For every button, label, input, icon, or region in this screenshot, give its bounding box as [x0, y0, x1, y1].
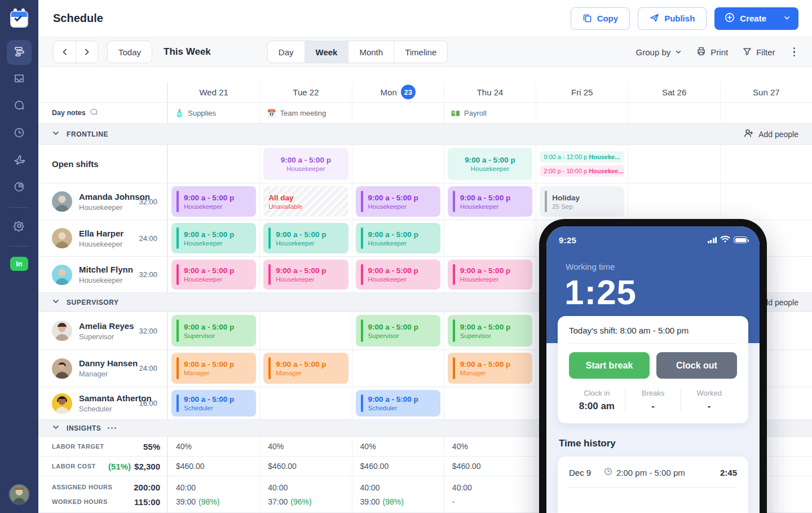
- open-shift-chip-mini[interactable]: 9:00 a - 12:00 p Houseke...: [540, 151, 624, 163]
- prev-week-button[interactable]: [54, 41, 76, 63]
- shift-cell[interactable]: [259, 387, 351, 419]
- shift-cell[interactable]: 9:00 a - 5:00 pScheduler: [352, 387, 444, 419]
- employee-cell[interactable]: Danny HansenManager 24:00: [38, 350, 167, 387]
- shift-cell[interactable]: Holiday25 Sep: [536, 183, 628, 220]
- copy-button[interactable]: Copy: [571, 7, 630, 30]
- shift-chip[interactable]: 9:00 a - 5:00 pHousekeeper: [356, 186, 440, 217]
- shift-chip[interactable]: 9:00 a - 5:00 pHousekeeper: [171, 260, 256, 290]
- sidebar-item-schedule[interactable]: [7, 40, 32, 65]
- day-header[interactable]: Thu 24: [444, 82, 536, 102]
- shift-chip[interactable]: 9:00 a - 5:00 pManager: [448, 353, 532, 384]
- day-note-empty[interactable]: [628, 103, 720, 123]
- shift-chip[interactable]: 9:00 a - 5:00 pHousekeeper: [448, 260, 532, 290]
- shift-cell[interactable]: [352, 350, 444, 387]
- shift-chip[interactable]: 9:00 a - 5:00 pHousekeeper: [356, 260, 440, 290]
- shift-cell[interactable]: [444, 220, 536, 256]
- insights-more-icon[interactable]: [108, 427, 116, 429]
- day-note-empty[interactable]: [536, 103, 628, 123]
- shift-cell[interactable]: 9:00 a - 5:00 pSupervisor: [352, 312, 444, 349]
- sidebar-item-settings[interactable]: [7, 214, 32, 239]
- more-options-kebab-icon[interactable]: [790, 45, 799, 59]
- shift-cell[interactable]: 9:00 a - 5:00 pHousekeeper: [167, 183, 259, 220]
- shift-chip[interactable]: 9:00 a - 5:00 pManager: [263, 353, 348, 384]
- shift-cell[interactable]: 9:00 a - 5:00 pHousekeeper: [167, 220, 259, 256]
- shift-chip[interactable]: 9:00 a - 5:00 pHousekeeper: [171, 223, 256, 253]
- shift-chip[interactable]: 9:00 a - 5:00 pSupervisor: [448, 315, 532, 347]
- next-week-button[interactable]: [76, 41, 98, 63]
- employee-cell[interactable]: Ella HarperHousekeeper 24:00: [38, 220, 167, 256]
- shift-chip[interactable]: 9:00 a - 5:00 pSupervisor: [356, 315, 440, 347]
- shift-cell[interactable]: [628, 183, 720, 220]
- shift-cell[interactable]: 9:00 a - 5:00 pHousekeeper: [444, 183, 536, 220]
- day-note-empty[interactable]: [352, 103, 444, 123]
- sidebar-item-reports[interactable]: [7, 176, 32, 200]
- tab-week[interactable]: Week: [304, 41, 348, 63]
- section-header-frontline[interactable]: FRONTLINE Add people: [38, 124, 812, 145]
- shift-cell[interactable]: [720, 183, 812, 220]
- shift-chip[interactable]: 9:00 a - 5:00 pHousekeeper: [263, 260, 348, 290]
- start-break-button[interactable]: Start break: [569, 352, 650, 379]
- clock-in-status-badge[interactable]: In: [10, 257, 28, 271]
- shift-cell[interactable]: 9:00 a - 5:00 pSupervisor: [444, 312, 536, 349]
- shift-cell[interactable]: [720, 145, 812, 183]
- shift-cell[interactable]: 9:00 a - 5:00 pManager: [259, 350, 351, 387]
- shift-cell[interactable]: 9:00 a - 5:00 pHousekeeper: [352, 220, 444, 256]
- shift-cell[interactable]: [444, 387, 536, 419]
- shift-chip[interactable]: 9:00 a - 5:00 pHousekeeper: [263, 223, 348, 253]
- shift-chip[interactable]: 9:00 a - 5:00 pScheduler: [171, 390, 256, 416]
- shift-chip[interactable]: 9:00 a - 5:00 pHousekeeper: [356, 223, 440, 253]
- shift-cell[interactable]: 9:00 a - 5:00 pHousekeeper: [259, 145, 351, 183]
- shift-chip[interactable]: 9:00 a - 5:00 pSupervisor: [171, 315, 256, 347]
- sidebar-item-time-clock[interactable]: [7, 121, 32, 146]
- filter-button[interactable]: Filter: [743, 47, 775, 58]
- day-header[interactable]: Wed 21: [167, 82, 259, 102]
- sidebar-item-inbox[interactable]: [7, 67, 32, 92]
- shift-cell[interactable]: 9:00 a - 12:00 p Houseke... 2:00 p - 10:…: [536, 145, 628, 183]
- clock-out-button[interactable]: Clock out: [656, 352, 737, 379]
- shift-cell[interactable]: 9:00 a - 5:00 pHousekeeper: [352, 183, 444, 220]
- tab-month[interactable]: Month: [348, 41, 394, 63]
- open-shift-chip[interactable]: 9:00 a - 5:00 pHousekeeper: [263, 148, 348, 180]
- shift-cell[interactable]: 9:00 a - 5:00 pManager: [444, 350, 536, 387]
- employee-cell[interactable]: Mitchel FlynnHousekeeper 32:00: [38, 257, 167, 292]
- shift-cell[interactable]: 9:00 a - 5:00 pHousekeeper: [444, 145, 536, 183]
- employee-cell[interactable]: Amanda JohnsonHousekeeper 32:00: [38, 183, 167, 220]
- day-header[interactable]: Tue 22: [259, 82, 351, 102]
- shift-cell[interactable]: 9:00 a - 5:00 pSupervisor: [167, 312, 259, 349]
- user-avatar[interactable]: [8, 484, 30, 505]
- create-button[interactable]: Create: [714, 7, 798, 30]
- day-note[interactable]: 🧴Supplies: [167, 103, 259, 123]
- shift-cell[interactable]: 9:00 a - 5:00 pHousekeeper: [259, 257, 351, 292]
- shift-chip[interactable]: 9:00 a - 5:00 pScheduler: [356, 390, 440, 416]
- publish-button[interactable]: Publish: [638, 7, 707, 30]
- unavailable-chip[interactable]: All dayUnavailable: [263, 186, 348, 217]
- employee-cell[interactable]: Samanta AthertonScheduler 16:00: [38, 387, 167, 419]
- open-shift-chip-mini[interactable]: 2:00 p - 10:00 p Housekee...: [540, 165, 624, 177]
- shift-cell[interactable]: [167, 145, 259, 183]
- day-header[interactable]: Fri 25: [536, 82, 628, 102]
- shift-cell[interactable]: [259, 312, 351, 349]
- day-note[interactable]: 📅Team meeting: [259, 103, 351, 123]
- shift-cell[interactable]: 9:00 a - 5:00 pHousekeeper: [444, 257, 536, 292]
- add-people-button[interactable]: Add people: [744, 128, 798, 140]
- today-button[interactable]: Today: [107, 41, 152, 63]
- day-note[interactable]: 💵Payroll: [444, 103, 536, 123]
- shift-chip[interactable]: 9:00 a - 5:00 pHousekeeper: [171, 186, 256, 217]
- holiday-chip[interactable]: Holiday25 Sep: [540, 186, 624, 217]
- day-note-empty[interactable]: [720, 103, 812, 123]
- shift-cell[interactable]: 9:00 a - 5:00 pHousekeeper: [167, 257, 259, 292]
- create-dropdown-caret[interactable]: [775, 14, 798, 23]
- employee-cell[interactable]: Amelia ReyesSupervisor 32:00: [38, 312, 167, 349]
- shift-cell[interactable]: [352, 145, 444, 183]
- tab-day[interactable]: Day: [268, 41, 304, 63]
- day-header[interactable]: Sat 26: [628, 82, 720, 102]
- day-header[interactable]: Sun 27: [720, 82, 812, 102]
- group-by-dropdown[interactable]: Group by: [636, 47, 682, 57]
- tab-timeline[interactable]: Timeline: [394, 41, 447, 63]
- shift-cell[interactable]: All dayUnavailable: [259, 183, 351, 220]
- open-shift-chip[interactable]: 9:00 a - 5:00 pHousekeeper: [448, 148, 532, 180]
- day-header-today[interactable]: Mon23: [352, 82, 444, 102]
- print-button[interactable]: Print: [696, 46, 728, 58]
- shift-cell[interactable]: 9:00 a - 5:00 pManager: [167, 350, 259, 387]
- time-history-entry[interactable]: Dec 9 2:00 pm - 5:00 pm 2:45: [569, 467, 737, 488]
